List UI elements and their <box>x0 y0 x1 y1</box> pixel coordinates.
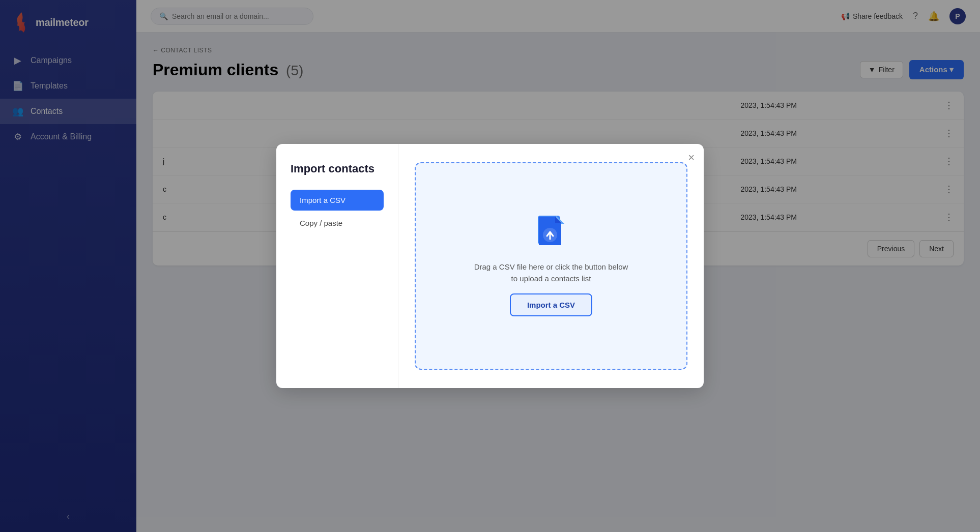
modal-overlay: × Import contacts Import a CSV Copy / pa… <box>0 0 980 532</box>
import-csv-button[interactable]: Import a CSV <box>510 293 592 316</box>
modal-close-button[interactable]: × <box>688 152 695 163</box>
drop-zone[interactable]: Drag a CSV file here or click the button… <box>415 162 687 370</box>
import-contacts-modal: × Import contacts Import a CSV Copy / pa… <box>276 144 704 388</box>
modal-title: Import contacts <box>291 162 384 175</box>
upload-file-icon <box>536 216 566 252</box>
modal-right-panel: Drag a CSV file here or click the button… <box>398 144 704 388</box>
drop-zone-text: Drag a CSV file here or click the button… <box>474 261 628 284</box>
modal-tab-csv[interactable]: Import a CSV <box>291 190 384 211</box>
modal-tab-paste[interactable]: Copy / paste <box>291 213 384 233</box>
modal-left-panel: Import contacts Import a CSV Copy / past… <box>276 144 398 388</box>
